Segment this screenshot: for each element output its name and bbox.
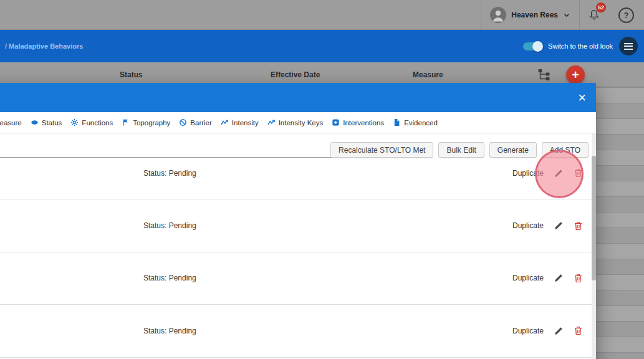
close-icon[interactable]: × — [578, 91, 586, 105]
sto-row: Status: Pending Duplicate — [0, 199, 592, 252]
person-icon — [490, 7, 506, 23]
sto-row: Status: Pending Duplicate — [0, 305, 592, 357]
recalculate-sto-lto-button[interactable]: Recalculate STO/LTO Met — [330, 142, 433, 158]
edit-button[interactable] — [554, 326, 564, 336]
hierarchy-icon — [537, 68, 551, 82]
column-header-measure: Measure — [413, 70, 443, 79]
generate-button[interactable]: Generate — [489, 142, 537, 158]
top-bar: Heaven Rees 52 ? — [0, 0, 644, 30]
flag-icon — [122, 118, 130, 127]
add-sto-button[interactable]: Add STO — [542, 142, 589, 158]
modal-toolbar: Recalculate STO/LTO Met Bulk Edit Genera… — [330, 142, 589, 158]
row-actions: Duplicate — [512, 221, 592, 231]
pencil-icon — [554, 273, 564, 283]
column-header-effective-date: Effective Date — [271, 70, 320, 79]
tab-label: Topography — [133, 119, 170, 127]
tab-label: Intensity — [232, 119, 259, 127]
screen: Heaven Rees 52 ? / Maladaptive Behaviors… — [0, 0, 644, 359]
row-actions: Duplicate — [512, 273, 592, 283]
chevron-down-icon — [563, 11, 570, 19]
hamburger-icon — [624, 43, 633, 44]
plus-icon: + — [572, 68, 579, 82]
row-status-text: Status: Pending — [143, 169, 196, 178]
user-menu[interactable]: Heaven Rees — [481, 0, 579, 30]
field-underline — [0, 157, 355, 158]
barrier-icon — [179, 118, 187, 127]
tab-functions[interactable]: Functions — [70, 118, 113, 127]
plus-square-icon — [332, 118, 340, 127]
row-status-text: Status: Pending — [143, 274, 196, 282]
sto-row-list: Status: Pending Duplicate Status: Pendin… — [0, 147, 592, 358]
modal-body: Recalculate STO/LTO Met Bulk Edit Genera… — [0, 133, 596, 359]
old-look-toggle[interactable] — [523, 42, 542, 50]
duplicate-button[interactable]: Duplicate — [512, 327, 544, 335]
delete-button[interactable] — [574, 326, 583, 335]
blue-nav-bar: / Maladaptive Behaviors Switch to the ol… — [0, 30, 644, 62]
avatar — [490, 7, 506, 23]
edit-button[interactable] — [554, 221, 564, 231]
pencil-icon — [554, 326, 564, 336]
tab-status[interactable]: Status — [31, 118, 62, 127]
tab-intensity-keys[interactable]: Intensity Keys — [267, 118, 324, 127]
help-button[interactable]: ? — [618, 7, 634, 23]
duplicate-button[interactable]: Duplicate — [512, 169, 544, 178]
switch-old-look-label: Switch to the old look — [548, 42, 613, 50]
edit-button[interactable] — [554, 273, 564, 283]
bulk-edit-button[interactable]: Bulk Edit — [438, 142, 484, 158]
modal-header: × — [0, 83, 596, 112]
trash-icon — [574, 168, 583, 178]
menu-button[interactable] — [619, 37, 638, 55]
tab-label: Functions — [82, 119, 113, 127]
notification-count-badge: 52 — [596, 2, 606, 12]
question-mark-icon: ? — [624, 11, 629, 20]
toggle-knob — [532, 41, 543, 52]
delete-button[interactable] — [574, 221, 583, 231]
modal-tab-bar: Measure Status Functions Topography Barr… — [0, 112, 596, 133]
hierarchy-button[interactable] — [537, 68, 551, 82]
tab-interventions[interactable]: Interventions — [332, 118, 384, 127]
document-icon — [393, 118, 401, 127]
tab-intensity[interactable]: Intensity — [221, 118, 259, 127]
tab-label: Evidenced — [404, 119, 438, 127]
trash-icon — [574, 221, 583, 231]
tab-evidenced[interactable]: Evidenced — [393, 118, 438, 127]
tab-label: Measure — [0, 119, 22, 127]
zigzag-icon — [221, 118, 229, 127]
topbar-right-cluster: Heaven Rees 52 ? — [481, 0, 644, 30]
tab-topography[interactable]: Topography — [122, 118, 170, 127]
delete-button[interactable] — [574, 168, 583, 178]
trash-icon — [574, 326, 583, 335]
delete-button[interactable] — [574, 274, 583, 283]
tab-label: Status — [42, 119, 62, 127]
row-status-text: Status: Pending — [143, 221, 196, 230]
pencil-icon — [554, 168, 564, 178]
gear-icon — [70, 118, 79, 127]
tab-barrier[interactable]: Barrier — [179, 118, 212, 127]
add-button[interactable]: + — [566, 65, 585, 84]
user-name: Heaven Rees — [511, 11, 558, 19]
sto-modal: × Measure Status Functions Topography Ba… — [0, 83, 596, 359]
row-status-text: Status: Pending — [143, 327, 196, 335]
scrollbar-thumb[interactable] — [592, 156, 596, 280]
duplicate-button[interactable]: Duplicate — [512, 221, 544, 230]
tab-measure[interactable]: Measure — [0, 118, 22, 127]
edit-button[interactable] — [554, 168, 564, 178]
column-header-status: Status — [120, 70, 143, 79]
tab-label: Barrier — [190, 119, 212, 127]
notifications-button[interactable]: 52 — [580, 0, 608, 30]
duplicate-button[interactable]: Duplicate — [512, 274, 544, 282]
row-actions: Duplicate — [512, 168, 592, 178]
pencil-icon — [554, 221, 564, 231]
oval-icon — [31, 118, 39, 127]
tab-label: Intensity Keys — [279, 119, 324, 127]
nav-right-cluster: Switch to the old look — [523, 30, 638, 62]
breadcrumb[interactable]: / Maladaptive Behaviors — [5, 42, 83, 50]
sto-row: Status: Pending Duplicate — [0, 252, 592, 305]
zigzag-icon — [267, 118, 276, 127]
trash-icon — [574, 274, 583, 283]
modal-scrollbar[interactable] — [592, 133, 596, 359]
row-actions: Duplicate — [512, 326, 592, 336]
tab-label: Interventions — [343, 119, 384, 127]
